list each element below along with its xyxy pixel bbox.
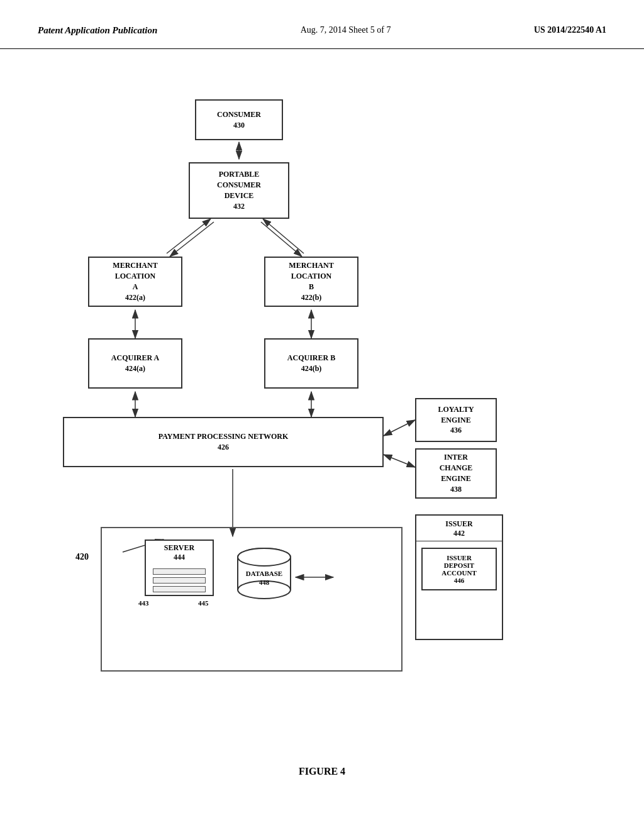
page-header: Patent Application Publication Aug. 7, 2… bbox=[0, 0, 644, 49]
merchant-a-box: MERCHANTLOCATIONA422(a) bbox=[88, 257, 182, 307]
svg-text:DATABASE: DATABASE bbox=[246, 570, 282, 577]
merchant-b-label: MERCHANTLOCATIONB422(b) bbox=[289, 260, 333, 302]
svg-line-3 bbox=[170, 222, 214, 257]
acquirer-a-label: ACQUIRER A424(a) bbox=[111, 353, 159, 374]
interchange-engine-box: INTERCHANGEENGINE438 bbox=[415, 448, 497, 499]
portable-device-box: PORTABLECONSUMERDEVICE432 bbox=[189, 162, 289, 219]
loyalty-engine-label: LOYALTYENGINE436 bbox=[438, 404, 474, 436]
svg-line-4 bbox=[167, 219, 211, 253]
header-right-label: US 2014/222540 A1 bbox=[534, 25, 606, 35]
svg-line-11 bbox=[384, 420, 415, 436]
consumer-box: CONSUMER430 bbox=[195, 99, 283, 140]
interchange-engine-label: INTERCHANGEENGINE438 bbox=[440, 452, 473, 494]
diagram-area: CONSUMER430 PORTABLECONSUMERDEVICE432 ME… bbox=[0, 49, 644, 760]
issuer-deposit-box: ISSUERDEPOSITACCOUNT446 bbox=[421, 548, 497, 590]
merchant-a-label: MERCHANTLOCATIONA422(a) bbox=[113, 260, 157, 302]
label-445: 445 bbox=[198, 599, 209, 607]
svg-line-5 bbox=[261, 222, 302, 257]
loyalty-engine-box: LOYALTYENGINE436 bbox=[415, 398, 497, 442]
label-420: 420 bbox=[75, 552, 89, 562]
svg-line-6 bbox=[263, 219, 304, 253]
header-center-label: Aug. 7, 2014 Sheet 5 of 7 bbox=[301, 25, 391, 35]
portable-device-label: PORTABLECONSUMERDEVICE432 bbox=[217, 169, 261, 211]
payment-network-label: PAYMENT PROCESSING NETWORK426 bbox=[158, 431, 288, 453]
label-443: 443 bbox=[138, 599, 149, 607]
figure-caption: FIGURE 4 bbox=[0, 760, 644, 790]
svg-point-21 bbox=[238, 548, 291, 566]
svg-text:448: 448 bbox=[259, 578, 270, 586]
acquirer-a-box: ACQUIRER A424(a) bbox=[88, 338, 182, 389]
server-box: SERVER444 bbox=[145, 540, 214, 596]
acquirer-b-box: ACQUIRER B424(b) bbox=[264, 338, 358, 389]
issuer-label: ISSUER442 bbox=[416, 516, 502, 541]
header-left-label: Patent Application Publication bbox=[38, 25, 157, 36]
database-cylinder: DATABASE 448 bbox=[233, 546, 296, 602]
server-label: SERVER444 bbox=[164, 543, 194, 562]
consumer-label: CONSUMER430 bbox=[217, 109, 261, 131]
svg-line-12 bbox=[384, 455, 415, 467]
acquirer-b-label: ACQUIRER B424(b) bbox=[287, 353, 335, 374]
payment-network-box: PAYMENT PROCESSING NETWORK426 bbox=[63, 417, 384, 467]
merchant-b-box: MERCHANTLOCATIONB422(b) bbox=[264, 257, 358, 307]
issuer-outer-box: ISSUER442 ISSUERDEPOSITACCOUNT446 bbox=[415, 514, 503, 640]
